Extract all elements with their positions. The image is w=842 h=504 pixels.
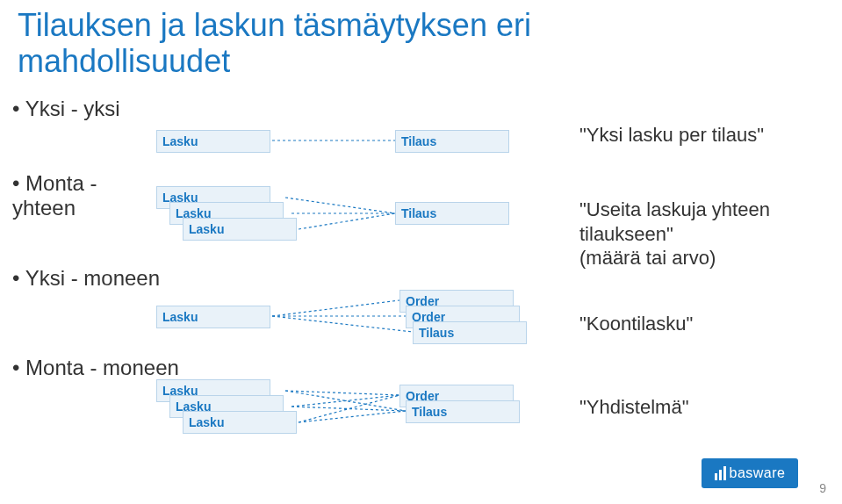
bullet-many-to-one-l1: Monta -: [25, 171, 97, 195]
quote-many-to-one: "Useita laskuja yhteen tilaukseen" (määr…: [579, 198, 770, 270]
box-tilaus: Tilaus: [406, 400, 520, 423]
svg-line-11: [299, 395, 399, 422]
box-lasku: Lasku: [183, 218, 297, 241]
bullet-one-to-one: Yksi - yksi: [12, 97, 120, 121]
page-number: 9: [819, 481, 826, 495]
bullet-one-to-many: Yksi - moneen: [12, 266, 160, 291]
box-tilaus: Tilaus: [395, 130, 509, 153]
svg-line-4: [272, 300, 399, 316]
box-lasku: Lasku: [183, 411, 297, 434]
logo-bars-icon: [715, 466, 726, 480]
svg-line-8: [285, 391, 406, 411]
bullet-many-to-one: Monta - yhteen: [12, 171, 97, 220]
box-tilaus: Tilaus: [395, 202, 509, 225]
box-lasku: Lasku: [156, 130, 270, 153]
svg-line-6: [272, 316, 413, 332]
bullet-many-to-one-l2: yhteen: [12, 196, 76, 220]
quote-many-to-one-l3: (määrä tai arvo): [579, 247, 716, 269]
svg-line-9: [291, 395, 399, 407]
page-title: Tilauksen ja laskun täsmäytyksen eri mah…: [18, 7, 531, 80]
logo-text: basware: [730, 465, 786, 481]
quote-many-to-one-l2: tilaukseen": [579, 223, 673, 245]
logo-content: basware: [715, 465, 786, 481]
svg-line-3: [299, 213, 395, 229]
quote-many-to-one-l1: "Useita laskuja yhteen: [579, 198, 770, 220]
quote-many-to-many: "Yhdistelmä": [579, 395, 688, 420]
quote-one-to-one: "Yksi lasku per tilaus": [579, 123, 764, 148]
svg-line-1: [285, 198, 395, 213]
bullet-many-to-many: Monta - moneen: [12, 356, 179, 380]
basware-logo: basware: [702, 458, 798, 488]
svg-line-7: [285, 391, 399, 395]
svg-line-10: [291, 407, 406, 411]
title-line-1: Tilauksen ja laskun täsmäytyksen eri: [18, 7, 531, 43]
quote-one-to-many: "Koontilasku": [579, 312, 693, 336]
box-lasku: Lasku: [156, 306, 270, 328]
box-tilaus: Tilaus: [413, 321, 527, 344]
svg-line-12: [299, 411, 406, 422]
title-line-2: mahdollisuudet: [18, 43, 230, 79]
